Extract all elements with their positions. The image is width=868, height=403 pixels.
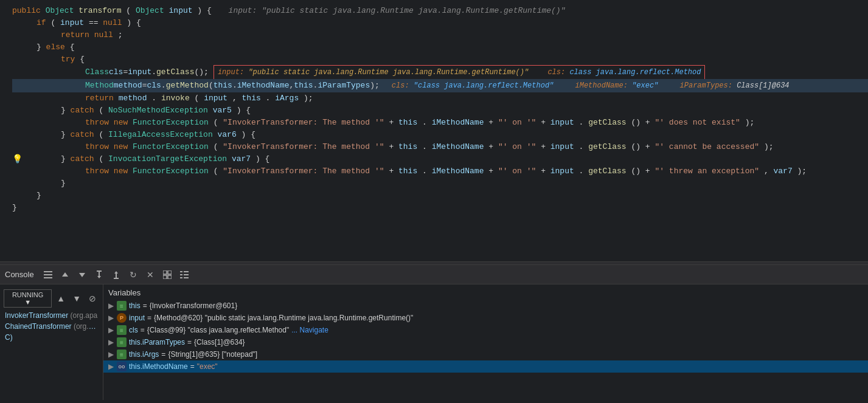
console-step-out-button[interactable] bbox=[109, 268, 123, 281]
console-menu-button[interactable] bbox=[41, 268, 55, 281]
debug-info-line7: cls: "class java.lang.reflect.Method" iM… bbox=[392, 80, 790, 92]
editor-area: public Object transform ( Object input )… bbox=[0, 0, 868, 261]
var-expand-cls[interactable]: ▶ bbox=[108, 326, 117, 334]
code-line-6: Class cls = input . getClass (); input: … bbox=[12, 66, 868, 79]
var-icon-cls: ≡ bbox=[117, 325, 127, 335]
code-line-2: if ( input == null ) { bbox=[12, 17, 868, 29]
svg-rect-12 bbox=[168, 270, 172, 274]
var-expand-imethodname[interactable]: ▶ bbox=[108, 362, 117, 371]
svg-rect-15 bbox=[180, 271, 182, 272]
code-line-13: 💡 } catch ( InvocationTargetException va… bbox=[12, 153, 868, 165]
console-step-into-button[interactable] bbox=[92, 268, 106, 281]
running-status-button[interactable]: RUNNING ▼ bbox=[4, 289, 52, 308]
code-line-15: } bbox=[12, 177, 868, 190]
svg-rect-0 bbox=[44, 271, 52, 272]
svg-rect-19 bbox=[180, 277, 182, 278]
var-icon-input: P bbox=[117, 313, 127, 323]
svg-rect-17 bbox=[180, 274, 182, 275]
stack-filter-button[interactable]: ⊘ bbox=[86, 292, 99, 305]
stack-up-button[interactable]: ▲ bbox=[54, 292, 68, 305]
console-reload-button[interactable]: ↻ bbox=[127, 268, 140, 281]
var-row-imethodname[interactable]: ▶ oo this.iMethodName = "exec" bbox=[103, 360, 868, 373]
console-toolbar: Console ↻ ✕ bbox=[0, 265, 868, 284]
code-editor: public Object transform ( Object input )… bbox=[0, 0, 868, 219]
stack-controls: RUNNING ▼ ▲ ▼ ⊘ bbox=[0, 287, 103, 310]
stack-item-invoker[interactable]: InvokerTransformer (org.apa bbox=[0, 310, 103, 321]
var-expand-this[interactable]: ▶ bbox=[108, 301, 117, 310]
code-line-1: public Object transform ( Object input )… bbox=[12, 5, 868, 17]
svg-rect-16 bbox=[184, 271, 189, 272]
var-navigate-cls[interactable]: ... Navigate bbox=[291, 326, 328, 334]
variables-header: Variables bbox=[103, 287, 868, 300]
svg-rect-2 bbox=[44, 277, 52, 278]
var-icon-iargs: ≡ bbox=[117, 350, 127, 359]
console-body: RUNNING ▼ ▲ ▼ ⊘ InvokerTransformer (org.… bbox=[0, 284, 868, 400]
var-icon-imethodname: oo bbox=[117, 362, 127, 371]
svg-rect-20 bbox=[184, 277, 189, 278]
bulb-icon: 💡 bbox=[12, 153, 23, 165]
code-line-10: throw new FunctorException ( "InvokerTra… bbox=[12, 117, 868, 129]
var-expand-iparamtypes[interactable]: ▶ bbox=[108, 338, 117, 346]
console-grid-button[interactable] bbox=[161, 268, 174, 281]
code-line-16: } bbox=[12, 190, 868, 202]
svg-marker-6 bbox=[97, 276, 101, 278]
code-line-8: return method . invoke ( input , this . … bbox=[12, 92, 868, 105]
console-down-button[interactable] bbox=[75, 268, 89, 281]
code-line-4: } else { bbox=[12, 41, 868, 53]
stack-item-c[interactable]: C) bbox=[0, 332, 103, 343]
var-row-iargs[interactable]: ▶ ≡ this.iArgs = {String[1]@635} ["notep… bbox=[103, 348, 868, 360]
stack-item-chained[interactable]: ChainedTransformer (org.apa bbox=[0, 321, 103, 332]
code-line-14: throw new FunctorException ( "InvokerTra… bbox=[12, 165, 868, 177]
code-line-3: return null ; bbox=[12, 29, 868, 41]
code-line-5: try { bbox=[12, 53, 868, 66]
var-row-input[interactable]: ▶ P input = {Method@620} "public static … bbox=[103, 312, 868, 324]
svg-marker-9 bbox=[114, 271, 118, 274]
var-expand-iargs[interactable]: ▶ bbox=[108, 350, 117, 359]
svg-rect-13 bbox=[163, 275, 167, 279]
var-row-this[interactable]: ▶ ≡ this = {InvokerTransformer@601} bbox=[103, 300, 868, 312]
var-row-iparamtypes[interactable]: ▶ ≡ this.iParamTypes = {Class[1]@634} bbox=[103, 336, 868, 348]
var-expand-input[interactable]: ▶ bbox=[108, 314, 117, 322]
stack-down-button[interactable]: ▼ bbox=[70, 292, 83, 305]
svg-rect-1 bbox=[44, 274, 52, 275]
console-label: Console bbox=[5, 270, 34, 279]
svg-marker-4 bbox=[79, 273, 85, 277]
svg-rect-11 bbox=[163, 270, 167, 274]
code-line-9: } catch ( NoSuchMethodException var5 ) { bbox=[12, 105, 868, 117]
svg-rect-18 bbox=[184, 274, 189, 275]
code-line-7: Method method = cls . getMethod ( this .… bbox=[12, 79, 868, 92]
var-icon-iparamtypes: ≡ bbox=[117, 337, 127, 347]
console-list-button[interactable] bbox=[178, 268, 191, 281]
console-stop-button[interactable]: ✕ bbox=[144, 268, 157, 281]
console-up-button[interactable] bbox=[58, 268, 72, 281]
code-line-12: throw new FunctorException ( "InvokerTra… bbox=[12, 141, 868, 153]
svg-rect-14 bbox=[168, 275, 172, 279]
var-icon-this: ≡ bbox=[117, 301, 127, 311]
svg-marker-3 bbox=[62, 272, 68, 277]
var-row-cls[interactable]: ▶ ≡ cls = {Class@99} "class java.lang.re… bbox=[103, 324, 868, 336]
console-panel: Console ↻ ✕ bbox=[0, 265, 868, 400]
call-stack-panel: RUNNING ▼ ▲ ▼ ⊘ InvokerTransformer (org.… bbox=[0, 284, 103, 400]
variables-panel: Variables ▶ ≡ this = {InvokerTransformer… bbox=[103, 284, 868, 400]
debug-tooltip: input: "public static java.lang.Runtime … bbox=[214, 65, 706, 80]
code-line-11: } catch ( IllegalAccessException var6 ) … bbox=[12, 129, 868, 141]
code-line-17: } bbox=[12, 202, 868, 214]
